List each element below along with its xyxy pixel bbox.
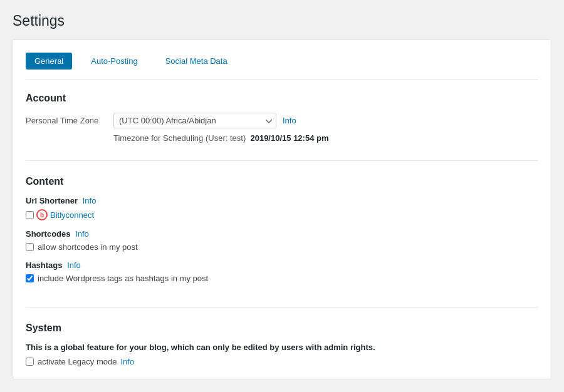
hashtags-label: Hashtags Info	[26, 260, 538, 270]
timezone-info-link[interactable]: Info	[283, 116, 296, 125]
shortcodes-checkbox-row: allow shortcodes in my post	[26, 242, 538, 252]
content-section: Content Url Shortener Info b Bitlyconnec…	[26, 176, 538, 307]
hashtags-description: include Wordpress tags as hashtags in my…	[38, 274, 208, 283]
legacy-checkbox-row: activate Legacy mode Info	[26, 357, 538, 366]
url-shortener-label: Url Shortener Info	[26, 196, 538, 205]
legacy-checkbox[interactable]	[26, 358, 34, 366]
timezone-field-row: Personal Time Zone (UTC 00:00) Africa/Ab…	[26, 113, 538, 128]
shortcodes-checkbox[interactable]	[26, 243, 34, 251]
shortcodes-group: Shortcodes Info allow shortcodes in my p…	[26, 229, 538, 252]
system-section-title: System	[26, 322, 538, 334]
timezone-datetime: 2019/10/15 12:54 pm	[250, 133, 328, 143]
settings-card: General Auto-Posting Social Meta Data Ac…	[13, 39, 551, 379]
timezone-label: Personal Time Zone	[26, 116, 107, 125]
account-section: Account Personal Time Zone (UTC 00:00) A…	[26, 93, 538, 161]
shortcodes-info-link[interactable]: Info	[75, 229, 89, 239]
hashtags-info-link[interactable]: Info	[67, 260, 81, 270]
hashtags-group: Hashtags Info include Wordpress tags as …	[26, 260, 538, 283]
url-shortener-group: Url Shortener Info b Bitlyconnect	[26, 196, 538, 220]
tab-auto-posting[interactable]: Auto-Posting	[82, 53, 146, 70]
tabs-bar: General Auto-Posting Social Meta Data	[26, 53, 538, 80]
shortcodes-description: allow shortcodes in my post	[38, 242, 138, 252]
system-section: System This is a global feature for your…	[26, 322, 538, 366]
timezone-hint: Timezone for Scheduling (User: test) 201…	[113, 133, 538, 143]
bitly-connect-link[interactable]: Bitlyconnect	[50, 210, 94, 220]
legacy-info-link[interactable]: Info	[120, 357, 134, 366]
tab-social-meta[interactable]: Social Meta Data	[157, 53, 236, 70]
content-section-title: Content	[26, 176, 538, 187]
system-admin-notice: This is a global feature for your blog, …	[26, 343, 538, 352]
page-title: Settings	[13, 13, 551, 29]
bitly-row: b Bitlyconnect	[26, 209, 538, 220]
shortcodes-label: Shortcodes Info	[26, 229, 538, 239]
timezone-select[interactable]: (UTC 00:00) Africa/Abidjan(UTC 00:00) UT…	[113, 113, 276, 128]
tab-general[interactable]: General	[26, 53, 72, 70]
url-shortener-checkbox[interactable]	[26, 211, 34, 219]
url-shortener-info-link[interactable]: Info	[83, 196, 97, 205]
bitly-icon: b	[36, 209, 48, 220]
legacy-label: activate Legacy mode	[38, 357, 117, 366]
hashtags-checkbox-row: include Wordpress tags as hashtags in my…	[26, 274, 538, 283]
hashtags-checkbox[interactable]	[26, 274, 34, 282]
account-section-title: Account	[26, 93, 538, 104]
